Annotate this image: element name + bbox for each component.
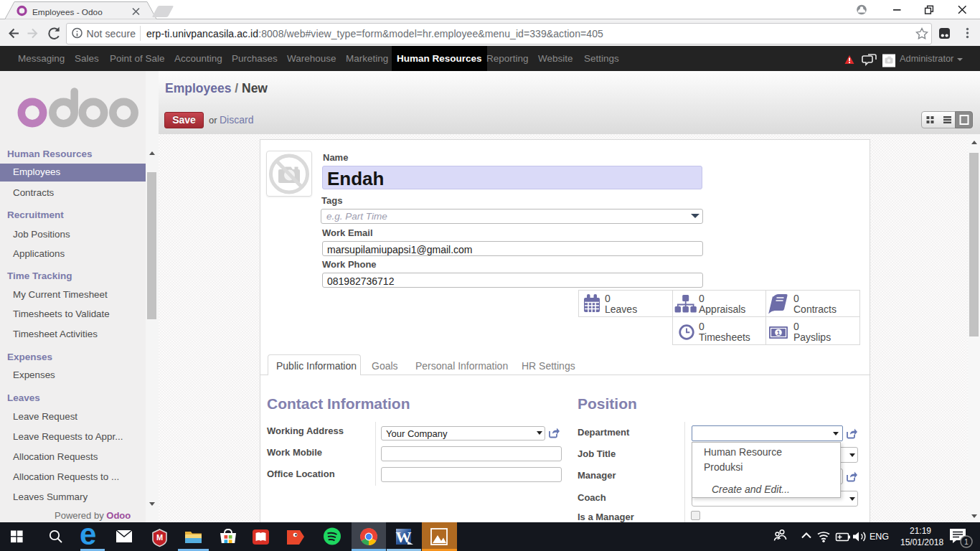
svg-text:e: e (80, 522, 96, 551)
svg-text:M: M (156, 533, 163, 542)
svg-text:1: 1 (964, 537, 969, 546)
svg-text:1: 1 (776, 329, 780, 336)
